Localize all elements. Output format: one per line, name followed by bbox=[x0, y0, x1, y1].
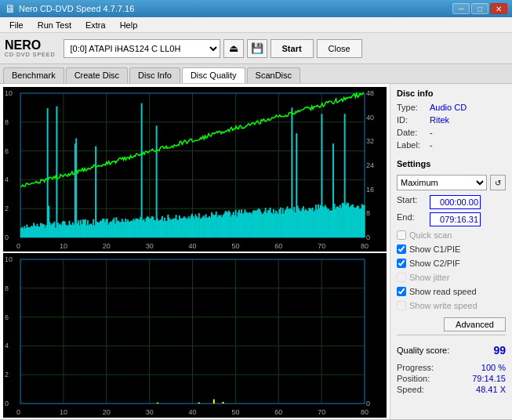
c1-pie-checkbox[interactable] bbox=[397, 244, 406, 254]
speed-settings-row: Maximum ↺ bbox=[397, 175, 506, 190]
disc-info-title: Disc info bbox=[397, 89, 506, 98]
date-label: Date: bbox=[397, 128, 427, 137]
write-speed-checkbox[interactable] bbox=[397, 301, 406, 310]
position-label: Position: bbox=[397, 374, 430, 383]
save-button[interactable]: 💾 bbox=[247, 39, 267, 58]
tab-create-disc[interactable]: Create Disc bbox=[66, 67, 128, 83]
drive-selector[interactable]: [0:0] ATAPI iHAS124 C LL0H bbox=[64, 39, 220, 58]
chart-area bbox=[0, 84, 390, 419]
date-value: - bbox=[430, 128, 433, 137]
c1-pie-row: Show C1/PIE bbox=[397, 244, 506, 254]
maximize-button[interactable]: □ bbox=[471, 3, 488, 14]
window-title: Nero CD-DVD Speed 4.7.7.16 bbox=[19, 4, 134, 13]
menu-help[interactable]: Help bbox=[114, 19, 144, 31]
nero-logo-sub: CD·DVD SPEED bbox=[5, 52, 56, 57]
menu-bar: File Run Test Extra Help bbox=[0, 17, 512, 33]
speed-row: Speed: 48.41 X bbox=[397, 385, 506, 394]
c2-pif-row: Show C2/PIF bbox=[397, 259, 506, 268]
bottom-chart bbox=[3, 253, 387, 418]
app-icon: 🖥 bbox=[5, 2, 16, 15]
progress-row: Progress: 100 % bbox=[397, 363, 506, 372]
progress-value: 100 % bbox=[481, 363, 506, 372]
disc-id-row: ID: Ritek bbox=[397, 115, 506, 125]
progress-rows: Progress: 100 % Position: 79:14.15 Speed… bbox=[397, 363, 506, 394]
quick-scan-row: Quick scan bbox=[397, 230, 506, 240]
tab-benchmark[interactable]: Benchmark bbox=[3, 67, 64, 83]
tab-disc-quality[interactable]: Disc Quality bbox=[182, 67, 245, 83]
menu-extra[interactable]: Extra bbox=[79, 19, 112, 31]
nero-logo-text: nero bbox=[5, 39, 56, 52]
label-value: - bbox=[430, 140, 433, 150]
c1-pie-label: Show C1/PIE bbox=[409, 244, 460, 254]
progress-label: Progress: bbox=[397, 363, 434, 372]
menu-run-test[interactable]: Run Test bbox=[31, 19, 78, 31]
start-time-label: Start: bbox=[397, 195, 427, 209]
end-time-row: End: bbox=[397, 212, 506, 226]
disc-type-row: Type: Audio CD bbox=[397, 103, 506, 112]
type-value: Audio CD bbox=[430, 103, 467, 112]
position-row: Position: 79:14.15 bbox=[397, 374, 506, 383]
close-window-button[interactable]: ✕ bbox=[490, 3, 507, 14]
id-value: Ritek bbox=[430, 115, 449, 125]
main-content: Disc info Type: Audio CD ID: Ritek Date:… bbox=[0, 84, 512, 419]
speed-label: Speed: bbox=[397, 385, 424, 394]
tab-scandisc[interactable]: ScanDisc bbox=[247, 67, 300, 83]
start-button[interactable]: Start bbox=[271, 39, 314, 58]
write-speed-label: Show write speed bbox=[409, 301, 478, 310]
read-speed-row: Show read speed bbox=[397, 287, 506, 296]
start-time-input[interactable] bbox=[430, 195, 481, 209]
disc-label-row: Label: - bbox=[397, 140, 506, 150]
label-label: Label: bbox=[397, 140, 427, 150]
id-label: ID: bbox=[397, 115, 427, 125]
end-time-label: End: bbox=[397, 212, 427, 226]
end-time-input[interactable] bbox=[430, 212, 481, 226]
jitter-label: Show jitter bbox=[409, 273, 449, 282]
speed-select[interactable]: Maximum bbox=[397, 175, 487, 190]
nero-logo: nero CD·DVD SPEED bbox=[5, 39, 56, 57]
quality-score-row: Quality score: 99 bbox=[397, 344, 506, 357]
quality-score-label: Quality score: bbox=[397, 346, 449, 355]
speed-value: 48.41 X bbox=[476, 385, 506, 394]
eject-button[interactable]: ⏏ bbox=[223, 39, 244, 58]
quality-score-value: 99 bbox=[493, 344, 506, 357]
minimize-button[interactable]: ─ bbox=[452, 3, 470, 14]
close-button[interactable]: Close bbox=[317, 39, 362, 58]
read-speed-checkbox[interactable] bbox=[397, 287, 406, 296]
quick-scan-label: Quick scan bbox=[409, 230, 452, 240]
toolbar: nero CD·DVD SPEED [0:0] ATAPI iHAS124 C … bbox=[0, 33, 512, 64]
c2-pif-label: Show C2/PIF bbox=[409, 259, 460, 268]
start-time-row: Start: bbox=[397, 195, 506, 209]
type-label: Type: bbox=[397, 103, 427, 112]
menu-file[interactable]: File bbox=[3, 19, 30, 31]
tab-disc-info[interactable]: Disc Info bbox=[129, 67, 180, 83]
jitter-row: Show jitter bbox=[397, 273, 506, 282]
jitter-checkbox[interactable] bbox=[397, 273, 406, 282]
position-value: 79:14.15 bbox=[472, 374, 506, 383]
write-speed-row: Show write speed bbox=[397, 301, 506, 310]
settings-refresh-button[interactable]: ↺ bbox=[490, 175, 506, 190]
title-bar: 🖥 Nero CD-DVD Speed 4.7.7.16 ─ □ ✕ bbox=[0, 0, 512, 17]
read-speed-label: Show read speed bbox=[409, 287, 477, 296]
quick-scan-checkbox[interactable] bbox=[397, 230, 406, 240]
advanced-button[interactable]: Advanced bbox=[444, 317, 506, 331]
tabs-bar: Benchmark Create Disc Disc Info Disc Qua… bbox=[0, 64, 512, 84]
c2-pif-checkbox[interactable] bbox=[397, 259, 406, 268]
top-chart bbox=[3, 87, 387, 252]
disc-date-row: Date: - bbox=[397, 128, 506, 137]
side-panel: Disc info Type: Audio CD ID: Ritek Date:… bbox=[390, 84, 512, 419]
settings-title: Settings bbox=[397, 159, 506, 168]
